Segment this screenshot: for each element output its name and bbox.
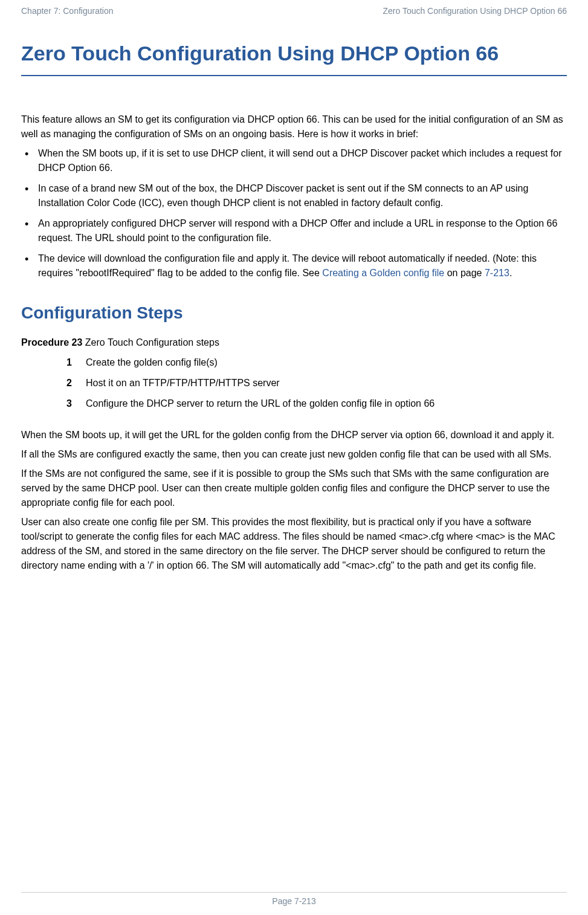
procedure-label: Procedure 23 Zero Touch Configuration st… (21, 337, 567, 348)
body-paragraph: If the SMs are not configured the same, … (21, 467, 567, 510)
title-underline (21, 75, 567, 76)
step-row: 2 Host it on an TFTP/FTP/HTTP/HTTPS serv… (66, 376, 567, 390)
step-text: Host it on an TFTP/FTP/HTTP/HTTPS server (86, 376, 280, 390)
bullet-item: In case of a brand new SM out of the box… (21, 181, 567, 210)
procedure-number: Procedure 23 (21, 337, 82, 348)
page-number: Page 7-213 (272, 896, 315, 906)
section-title-configuration-steps: Configuration Steps (21, 303, 567, 323)
page-footer: Page 7-213 (0, 892, 588, 906)
bullet-text: on page (444, 268, 485, 278)
step-text: Create the golden config file(s) (86, 355, 218, 370)
header-right: Zero Touch Configuration Using DHCP Opti… (383, 6, 567, 16)
body-paragraph: When the SM boots up, it will get the UR… (21, 428, 567, 442)
bullet-list: When the SM boots up, if it is set to us… (21, 146, 567, 280)
step-row: 1 Create the golden config file(s) (66, 355, 567, 370)
bullet-item: When the SM boots up, if it is set to us… (21, 146, 567, 175)
page-header: Chapter 7: Configuration Zero Touch Conf… (21, 6, 567, 16)
step-number: 2 (66, 376, 86, 390)
procedure-steps: 1 Create the golden config file(s) 2 Hos… (66, 355, 567, 411)
step-number: 3 (66, 396, 86, 411)
bullet-text: . (509, 268, 512, 278)
procedure-name: Zero Touch Configuration steps (82, 337, 219, 348)
bullet-item: The device will download the configurati… (21, 251, 567, 280)
page-title: Zero Touch Configuration Using DHCP Opti… (21, 40, 567, 68)
step-number: 1 (66, 355, 86, 370)
step-text: Configure the DHCP server to return the … (86, 396, 435, 411)
footer-divider (21, 892, 567, 893)
body-paragraph: User can also create one config file per… (21, 515, 567, 573)
intro-paragraph: This feature allows an SM to get its con… (21, 112, 567, 141)
body-paragraph: If all the SMs are configured exactly th… (21, 447, 567, 462)
bullet-item: An appropriately configured DHCP server … (21, 216, 567, 245)
link-creating-golden-config[interactable]: Creating a Golden config file (322, 268, 444, 278)
header-left: Chapter 7: Configuration (21, 6, 114, 16)
link-page-ref[interactable]: 7-213 (485, 268, 509, 278)
step-row: 3 Configure the DHCP server to return th… (66, 396, 567, 411)
